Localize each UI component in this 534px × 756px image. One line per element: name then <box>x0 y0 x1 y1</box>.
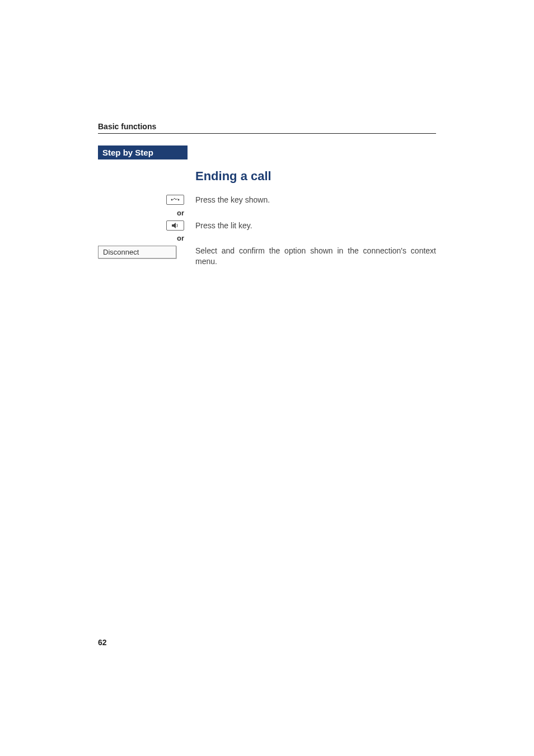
instruction-press-lit-key: Press the lit key. <box>188 220 436 231</box>
disconnect-option: Disconnect <box>98 246 176 259</box>
hangup-key-icon <box>166 195 184 205</box>
svg-point-1 <box>178 199 180 200</box>
svg-rect-2 <box>172 224 174 227</box>
content-area: Ending a call Press the key shown. or <box>98 168 436 270</box>
header-section-title: Basic functions <box>98 122 436 133</box>
instruction-select-confirm: Select and confirm the option shown in t… <box>188 246 436 267</box>
step-by-step-label: Step by Step <box>98 145 188 159</box>
page-number: 62 <box>98 638 107 647</box>
svg-marker-3 <box>174 223 176 228</box>
speaker-lit-key-icon <box>166 220 184 231</box>
instruction-press-key-shown: Press the key shown. <box>188 195 436 205</box>
section-heading: Ending a call <box>195 168 436 185</box>
svg-point-0 <box>171 199 173 200</box>
page-header: Basic functions <box>98 122 436 134</box>
or-separator-2: or <box>177 234 184 242</box>
header-rule <box>98 133 436 134</box>
or-separator-1: or <box>177 209 184 217</box>
